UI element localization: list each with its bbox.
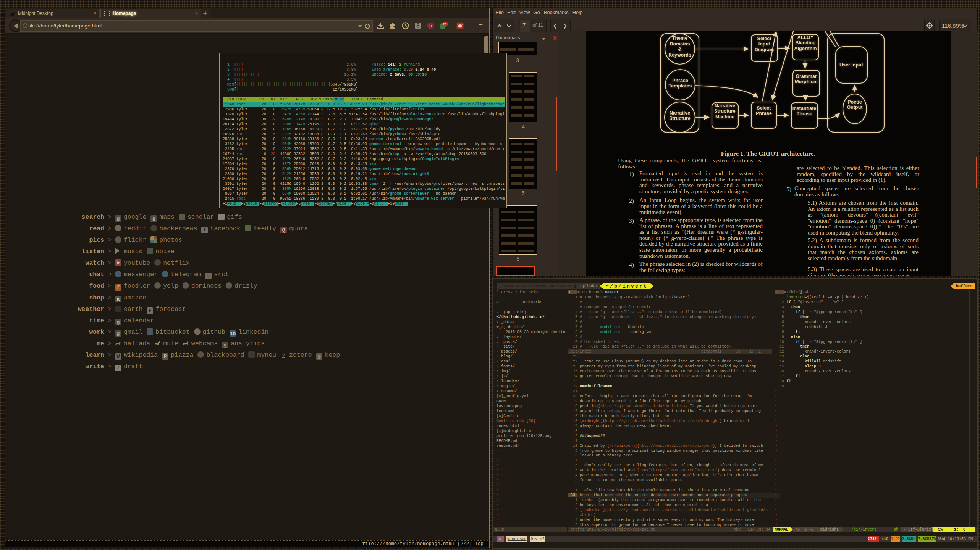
svg-text:Output: Output (847, 105, 863, 110)
svg-text:Morphism: Morphism (795, 79, 818, 84)
svg-text:Narrative: Narrative (715, 103, 735, 108)
svg-text:Templates: Templates (669, 83, 692, 89)
svg-text:Narrative: Narrative (670, 110, 690, 116)
svg-text:User Input: User Input (839, 62, 864, 68)
svg-text:Theme: Theme (672, 36, 687, 41)
svg-text:Select: Select (757, 36, 772, 41)
svg-text:Poetic: Poetic (847, 99, 862, 105)
svg-text:Phrase: Phrase (672, 78, 688, 83)
svg-text:Keywords: Keywords (668, 52, 691, 58)
svg-text:Phrase: Phrase (796, 111, 812, 116)
svg-text:Blending: Blending (795, 40, 815, 45)
svg-text:Structure: Structure (714, 108, 736, 114)
svg-text:Domains: Domains (670, 41, 690, 47)
svg-text:µ: µ (429, 23, 432, 29)
svg-text:Phrase: Phrase (756, 111, 772, 116)
svg-text:Machine: Machine (715, 114, 734, 120)
svg-text:Structure: Structure (669, 116, 691, 121)
svg-text:&: & (678, 47, 681, 52)
svg-text:Select: Select (757, 105, 771, 111)
svg-text:Grammar: Grammar (796, 74, 817, 79)
svg-text:Algorithm: Algorithm (794, 46, 817, 51)
svg-text:Input: Input (758, 41, 770, 47)
svg-text:Diagram: Diagram (755, 47, 774, 52)
svg-text:21: 21 (443, 22, 447, 26)
svg-text:ALLOY: ALLOY (797, 35, 814, 40)
svg-text:Instantiate: Instantiate (792, 106, 817, 111)
